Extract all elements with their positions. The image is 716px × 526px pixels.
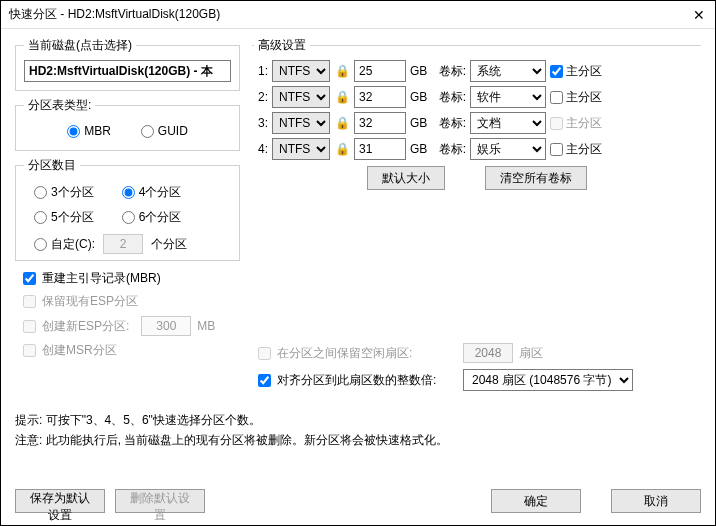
cancel-button[interactable]: 取消 [611, 489, 701, 513]
primary-checkbox[interactable]: 主分区 [550, 63, 602, 80]
ok-button[interactable]: 确定 [491, 489, 581, 513]
partition-count-group: 分区数目 3个分区 4个分区 5个分区 6个分区 自定(C): 个分区 [15, 157, 240, 261]
reserve-sectors-input [463, 343, 513, 363]
chk-reserve-sectors [258, 347, 271, 360]
chk-keep-esp-row: 保留现有ESP分区 [15, 290, 240, 313]
clear-labels-button[interactable]: 清空所有卷标 [485, 166, 587, 190]
window-title: 快速分区 - HD2:MsftVirtualDisk(120GB) [9, 6, 220, 23]
size-input[interactable] [354, 138, 406, 160]
row-number: 1: [254, 64, 268, 78]
custom-unit: 个分区 [151, 236, 187, 253]
unit-gb: GB [410, 90, 430, 104]
radio-mbr[interactable]: MBR [67, 124, 111, 138]
chk-rebuild-mbr[interactable] [23, 272, 36, 285]
chk-new-esp [23, 320, 36, 333]
volume-label-text: 卷标: [434, 89, 466, 106]
unit-gb: GB [410, 116, 430, 130]
primary-checkbox[interactable]: 主分区 [550, 141, 602, 158]
default-size-button[interactable]: 默认大小 [367, 166, 445, 190]
disk-select[interactable] [24, 60, 231, 82]
align-select[interactable]: 2048 扇区 (1048576 字节) [463, 369, 633, 391]
tips-area: 提示: 可按下"3、4、5、6"快速选择分区个数。 注意: 此功能执行后, 当前… [1, 404, 715, 457]
partition-row-1: 1:NTFS🔒GB卷标:系统 主分区 [254, 60, 699, 82]
radio-3[interactable]: 3个分区 [34, 184, 94, 201]
fs-select[interactable]: NTFS [272, 138, 330, 160]
row-number: 3: [254, 116, 268, 130]
size-input[interactable] [354, 86, 406, 108]
tip-line-2: 注意: 此功能执行后, 当前磁盘上的现有分区将被删除。新分区将会被快速格式化。 [15, 430, 701, 450]
size-input[interactable] [354, 60, 406, 82]
partition-row-4: 4:NTFS🔒GB卷标:娱乐 主分区 [254, 138, 699, 160]
volume-select[interactable]: 系统 [470, 60, 546, 82]
current-disk-group: 当前磁盘(点击选择) [15, 37, 240, 91]
save-default-button[interactable]: 保存为默认设置 [15, 489, 105, 513]
partition-row-3: 3:NTFS🔒GB卷标:文档 主分区 [254, 112, 699, 134]
volume-label-text: 卷标: [434, 141, 466, 158]
chk-align[interactable] [258, 374, 271, 387]
esp-size-input [141, 316, 191, 336]
volume-label-text: 卷标: [434, 115, 466, 132]
primary-checkbox: 主分区 [550, 115, 602, 132]
radio-guid[interactable]: GUID [141, 124, 188, 138]
fs-select[interactable]: NTFS [272, 86, 330, 108]
current-disk-legend: 当前磁盘(点击选择) [24, 37, 136, 54]
lock-icon[interactable]: 🔒 [334, 64, 350, 78]
custom-count-input[interactable] [103, 234, 143, 254]
volume-select[interactable]: 文档 [470, 112, 546, 134]
chk-new-esp-row: 创建新ESP分区: MB [15, 313, 240, 339]
table-type-legend: 分区表类型: [24, 97, 95, 114]
fs-select[interactable]: NTFS [272, 60, 330, 82]
row-number: 4: [254, 142, 268, 156]
chk-msr-row: 创建MSR分区 [15, 339, 240, 362]
row-number: 2: [254, 90, 268, 104]
close-icon[interactable]: ✕ [693, 7, 705, 23]
radio-custom[interactable]: 自定(C): [34, 236, 95, 253]
table-type-group: 分区表类型: MBR GUID [15, 97, 240, 151]
volume-select[interactable]: 软件 [470, 86, 546, 108]
tip-line-1: 提示: 可按下"3、4、5、6"快速选择分区个数。 [15, 410, 701, 430]
radio-6[interactable]: 6个分区 [122, 209, 182, 226]
advanced-group: 高级设置 1:NTFS🔒GB卷标:系统 主分区2:NTFS🔒GB卷标:软件 主分… [252, 37, 701, 398]
volume-select[interactable]: 娱乐 [470, 138, 546, 160]
lock-icon[interactable]: 🔒 [334, 90, 350, 104]
fs-select[interactable]: NTFS [272, 112, 330, 134]
unit-gb: GB [410, 64, 430, 78]
unit-gb: GB [410, 142, 430, 156]
chk-rebuild-mbr-row: 重建主引导记录(MBR) [15, 267, 240, 290]
volume-label-text: 卷标: [434, 63, 466, 80]
radio-5[interactable]: 5个分区 [34, 209, 94, 226]
size-input[interactable] [354, 112, 406, 134]
radio-4[interactable]: 4个分区 [122, 184, 182, 201]
lock-icon[interactable]: 🔒 [334, 116, 350, 130]
partition-row-2: 2:NTFS🔒GB卷标:软件 主分区 [254, 86, 699, 108]
chk-keep-esp [23, 295, 36, 308]
advanced-legend: 高级设置 [254, 37, 310, 54]
quick-partition-dialog: 快速分区 - HD2:MsftVirtualDisk(120GB) ✕ 当前磁盘… [0, 0, 716, 526]
partition-count-legend: 分区数目 [24, 157, 80, 174]
titlebar: 快速分区 - HD2:MsftVirtualDisk(120GB) ✕ [1, 1, 715, 29]
chk-msr [23, 344, 36, 357]
lock-icon[interactable]: 🔒 [334, 142, 350, 156]
delete-default-button[interactable]: 删除默认设置 [115, 489, 205, 513]
primary-checkbox[interactable]: 主分区 [550, 89, 602, 106]
